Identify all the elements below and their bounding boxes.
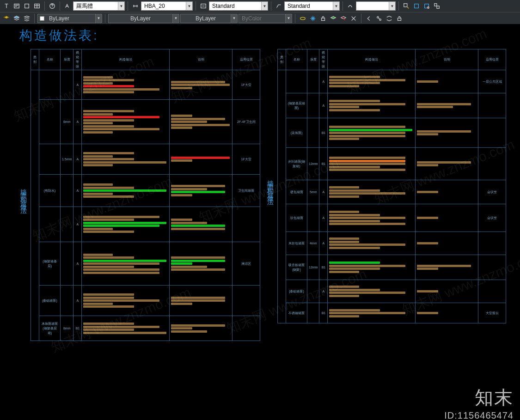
separator	[44, 1, 45, 11]
section-label-right: 墙面构造做法	[266, 175, 277, 197]
table-row: 吸音板墙面(钢架)12mmB1	[278, 255, 506, 280]
name-cell: 不锈钢墙面	[286, 303, 307, 323]
thickness-cell	[61, 207, 73, 242]
construction-cell	[328, 303, 416, 323]
location-cell: 1F大堂	[232, 70, 260, 100]
layer-iso-icon[interactable]	[329, 14, 338, 23]
fire-rating-cell: A	[319, 232, 328, 255]
dimstyle-icon[interactable]	[199, 1, 208, 11]
construction-cell	[328, 232, 416, 255]
layer-freeze-icon[interactable]	[308, 14, 318, 23]
dim-icon[interactable]	[131, 1, 140, 11]
svg-rect-0	[14, 4, 19, 8]
location-cell	[478, 118, 506, 148]
construction-table-left: 类别名称厚度燃烧等级构造做法说明适用位置A1F大堂8mmA2F-4F卫生间1.5…	[31, 49, 260, 341]
svg-rect-1	[25, 4, 29, 8]
fire-rating-cell: A	[319, 280, 328, 303]
lineweight-combo[interactable]: ByLayer ▼	[180, 14, 238, 23]
text-style-combo[interactable]: HBA_20 ▼	[141, 1, 193, 11]
name-cell: (钢架墙基层)	[39, 242, 61, 286]
layer-delete-icon[interactable]	[395, 14, 404, 23]
table-header: 燃烧等级	[73, 49, 82, 70]
fire-rating-cell: B1	[319, 148, 328, 180]
drawing-canvas[interactable]: 构造做法表: 墙面构造做法 类别名称厚度燃烧等级构造做法说明适用位置A1F大堂8…	[0, 24, 520, 420]
brand-watermark: 知末	[444, 385, 514, 410]
location-cell	[478, 280, 506, 303]
table-header: 构造做法	[328, 49, 416, 70]
location-cell	[232, 286, 260, 316]
fire-rating-cell: A	[73, 100, 82, 144]
block-attr-icon[interactable]	[432, 1, 441, 11]
font-style-combo[interactable]: 羅馬體 ▼	[73, 1, 125, 11]
layer-states-icon[interactable]	[12, 14, 21, 23]
table-row: (装饰面)B1	[278, 118, 506, 148]
layer-off-icon[interactable]	[298, 14, 307, 23]
table-header: 类别	[278, 49, 286, 70]
dim-style-combo[interactable]: Standard ▼	[209, 1, 268, 11]
note-cell	[416, 204, 478, 232]
layer-value: ByLayer	[46, 15, 72, 22]
location-cell	[232, 316, 260, 341]
mleader-icon[interactable]	[274, 1, 283, 11]
table-icon[interactable]	[32, 1, 42, 11]
location-cell: 大堂前台	[478, 303, 506, 323]
layer-uniso-icon[interactable]	[339, 14, 348, 23]
table-row: 软包墙面A会议室	[278, 204, 506, 232]
layer-match-icon[interactable]	[349, 14, 358, 23]
mleader-style-combo[interactable]: Standard ▼	[284, 1, 340, 11]
fire-rating-cell: A	[319, 70, 328, 93]
help-icon[interactable]	[48, 1, 57, 11]
note-cell	[416, 70, 478, 93]
chevron-down-icon: ▼	[172, 14, 179, 23]
section-label-left: 墙面构造做法	[19, 184, 31, 206]
edit-block-icon[interactable]	[422, 1, 431, 11]
plotstyle-combo[interactable]: ByColor ▼	[239, 14, 292, 23]
mtext-icon[interactable]	[12, 1, 21, 11]
construction-cell	[82, 286, 170, 316]
construction-cell	[328, 70, 416, 93]
table-row: A	[31, 207, 260, 242]
linetype-combo[interactable]: ByLayer ▼	[108, 14, 179, 23]
location-cell	[478, 148, 506, 180]
construction-cell	[328, 204, 416, 232]
construction-table-right: 类别名称厚度燃烧等级构造做法说明适用位置A一层公共区域(钢架基层墙面)A(装饰面…	[277, 49, 506, 323]
layer-prop-icon[interactable]	[2, 14, 11, 23]
insert-block-icon[interactable]	[402, 1, 411, 11]
name-cell	[39, 100, 61, 144]
dim-style-value: Standard	[209, 3, 238, 9]
thickness-cell	[307, 280, 319, 303]
create-block-icon[interactable]	[412, 1, 421, 11]
construction-cell	[82, 70, 170, 100]
text-icon[interactable]	[2, 1, 11, 11]
name-cell	[39, 207, 61, 242]
layer-filter-icon[interactable]	[22, 14, 31, 23]
object-icon[interactable]	[22, 1, 31, 11]
construction-cell	[328, 148, 416, 180]
layer-merge-icon[interactable]	[385, 14, 394, 23]
separator	[398, 1, 399, 11]
note-cell	[170, 316, 232, 341]
brush-icon[interactable]	[346, 1, 355, 11]
name-cell: 并到墙面(钢架墙)	[286, 148, 307, 180]
layer-combo[interactable]: ByLayer ▼	[37, 14, 102, 23]
table-row: (钢架基层墙面)A	[278, 93, 506, 118]
layer-walk-icon[interactable]	[374, 14, 384, 23]
plotstyle-value: ByColor	[239, 15, 264, 22]
category-cell	[278, 70, 286, 323]
chevron-down-icon: ▼	[333, 2, 339, 10]
layer-prev-icon[interactable]	[364, 14, 373, 23]
textstyle-icon[interactable]	[63, 1, 72, 11]
thickness-cell: 1.5mm	[61, 144, 73, 175]
note-cell	[416, 303, 478, 323]
blank-combo[interactable]: ▼	[356, 1, 396, 11]
layer-lock-icon[interactable]	[318, 14, 328, 23]
separator	[105, 14, 105, 23]
table-header: 构造做法	[82, 49, 170, 70]
note-cell	[170, 242, 232, 286]
chevron-down-icon: ▼	[389, 2, 395, 10]
fire-rating-cell: A	[73, 286, 82, 316]
watermark-overlay: 知末 ID:1156465474	[444, 385, 514, 420]
thickness-cell	[307, 93, 319, 118]
construction-cell	[328, 180, 416, 204]
separator	[343, 1, 343, 11]
